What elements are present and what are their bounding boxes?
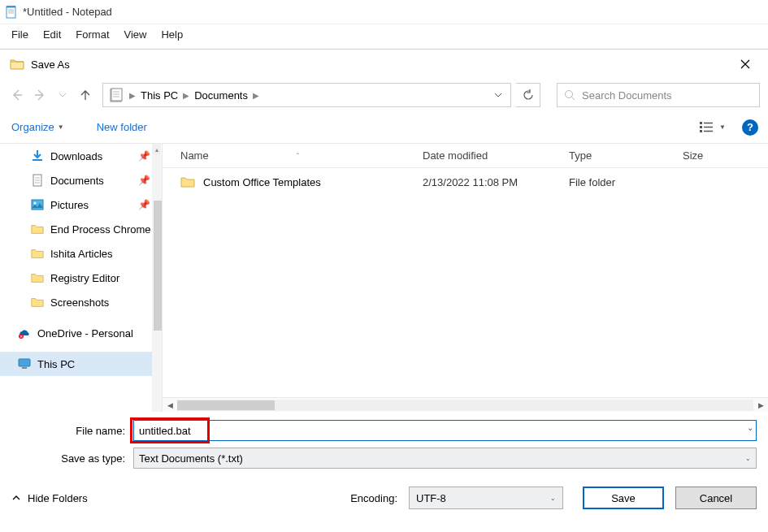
file-type: File folder (569, 176, 683, 188)
folder-open-icon (10, 57, 24, 71)
chevron-down-icon: ▼ (58, 123, 64, 131)
sidebar-item-label: This PC (37, 358, 75, 370)
sidebar-item-folder[interactable]: End Process Chrome (0, 217, 162, 241)
column-headers: Name⌃ Date modified Type Size (163, 144, 768, 168)
nav-back-button[interactable] (8, 86, 26, 104)
column-type[interactable]: Type (569, 149, 683, 162)
hscroll-thumb[interactable] (177, 400, 275, 410)
nav-up-button[interactable] (76, 86, 94, 104)
column-name[interactable]: Name⌃ (163, 149, 423, 162)
notepad-title: *Untitled - Notepad (23, 6, 112, 18)
svg-rect-13 (700, 130, 702, 132)
file-name: Custom Office Templates (203, 176, 321, 188)
saveastype-select[interactable]: Text Documents (*.txt) ⌄ (133, 448, 757, 469)
download-icon (31, 149, 44, 162)
pin-icon: 📌 (138, 150, 150, 162)
file-row[interactable]: Custom Office Templates 2/13/2022 11:08 … (163, 168, 768, 196)
breadcrumb-root[interactable]: This PC (137, 89, 181, 102)
dialog-titlebar: Save As (0, 50, 768, 79)
sidebar-scroll-up[interactable] (152, 144, 161, 155)
breadcrumb-folder[interactable]: Documents (191, 89, 251, 102)
hide-folders-button[interactable]: Hide Folders (11, 492, 88, 504)
encoding-label: Encoding: (350, 492, 397, 504)
svg-line-10 (572, 97, 575, 101)
folder-icon (31, 296, 44, 309)
chevron-right-icon[interactable]: ▶ (251, 91, 261, 100)
nav-recent-button[interactable] (54, 86, 72, 104)
chevron-down-icon (494, 91, 502, 99)
column-size[interactable]: Size (683, 149, 768, 162)
folder-icon (31, 271, 44, 284)
sidebar-item-folder[interactable]: Ishita Articles (0, 241, 162, 266)
search-box[interactable]: Search Documents (557, 83, 760, 107)
view-details-icon (700, 122, 714, 133)
sidebar-item-thispc[interactable]: This PC (0, 352, 162, 376)
dialog-button-row: Hide Folders Encoding: UTF-8 ⌄ Save Canc… (0, 475, 768, 521)
new-folder-button[interactable]: New folder (95, 118, 149, 136)
chevron-up-icon (11, 493, 21, 503)
arrow-right-icon (33, 89, 46, 102)
sidebar-item-pictures[interactable]: Pictures 📌 (0, 192, 162, 217)
chevron-right-icon[interactable]: ▶ (128, 91, 137, 100)
address-history-button[interactable] (488, 84, 509, 106)
arrow-up-icon (79, 89, 92, 102)
sidebar-item-label: OneDrive - Personal (37, 327, 133, 340)
chevron-down-icon[interactable]: ⌄ (747, 423, 753, 432)
chevron-down-icon: ▼ (719, 123, 726, 131)
column-date[interactable]: Date modified (423, 149, 569, 162)
sidebar-item-documents[interactable]: Documents 📌 (0, 168, 162, 192)
scroll-left-icon[interactable]: ◀ (163, 401, 177, 409)
menu-format[interactable]: Format (69, 27, 115, 42)
sidebar-item-folder[interactable]: Registry Editor (0, 266, 162, 290)
menu-edit[interactable]: Edit (37, 27, 67, 42)
filename-input[interactable] (133, 420, 757, 441)
dialog-close-button[interactable] (729, 52, 761, 76)
search-placeholder: Search Documents (582, 89, 672, 102)
onedrive-icon: ✕ (18, 327, 31, 340)
save-as-dialog: Save As ▶ This PC ▶ Documents ▶ Search D… (0, 49, 768, 532)
saveastype-label: Save as type: (11, 452, 133, 465)
dialog-toolbar: Organize ▼ New folder ▼ ? (0, 111, 768, 144)
file-list-hscroll[interactable]: ◀ ▶ (163, 397, 768, 412)
nav-forward-button[interactable] (31, 86, 49, 104)
help-button[interactable]: ? (742, 119, 758, 136)
arrow-left-icon (11, 89, 24, 102)
address-bar[interactable]: ▶ This PC ▶ Documents ▶ (102, 83, 511, 107)
folder-icon (31, 223, 44, 236)
view-options-button[interactable]: ▼ (698, 119, 727, 136)
save-button[interactable]: Save (583, 487, 664, 509)
documents-icon (108, 87, 124, 103)
scroll-right-icon[interactable]: ▶ (753, 401, 768, 409)
sidebar-item-label: Registry Editor (50, 272, 119, 284)
sort-caret-icon: ⌃ (295, 152, 301, 159)
sidebar-item-label: Downloads (50, 150, 102, 162)
pictures-icon (31, 198, 44, 211)
notepad-menubar: File Edit Format View Help (0, 24, 768, 44)
svg-rect-26 (19, 359, 30, 366)
sidebar-item-label: Ishita Articles (50, 248, 113, 260)
document-icon (31, 174, 44, 187)
folder-icon (180, 175, 195, 188)
encoding-select[interactable]: UTF-8 ⌄ (409, 487, 563, 509)
sidebar-item-label: Pictures (50, 199, 89, 211)
sidebar-item-downloads[interactable]: Downloads 📌 (0, 144, 162, 168)
refresh-button[interactable] (516, 83, 540, 107)
svg-rect-22 (32, 200, 43, 210)
sidebar-item-label: End Process Chrome (50, 223, 151, 236)
folder-icon (31, 247, 44, 260)
menu-file[interactable]: File (5, 27, 35, 42)
svg-point-23 (34, 202, 37, 205)
refresh-icon (523, 89, 534, 101)
notepad-icon (5, 6, 18, 19)
sidebar-item-folder[interactable]: Screenshots (0, 290, 162, 314)
svg-rect-11 (700, 122, 702, 124)
menu-help[interactable]: Help (154, 27, 189, 42)
cancel-button[interactable]: Cancel (675, 487, 757, 509)
close-icon (740, 59, 750, 69)
sidebar-item-label: Documents (50, 175, 104, 187)
sidebar-item-onedrive[interactable]: ✕ OneDrive - Personal (0, 321, 162, 345)
chevron-right-icon[interactable]: ▶ (181, 91, 191, 100)
menu-view[interactable]: View (118, 27, 154, 42)
sidebar-scrollbar-thumb[interactable] (154, 201, 162, 331)
organize-button[interactable]: Organize ▼ (10, 118, 66, 136)
